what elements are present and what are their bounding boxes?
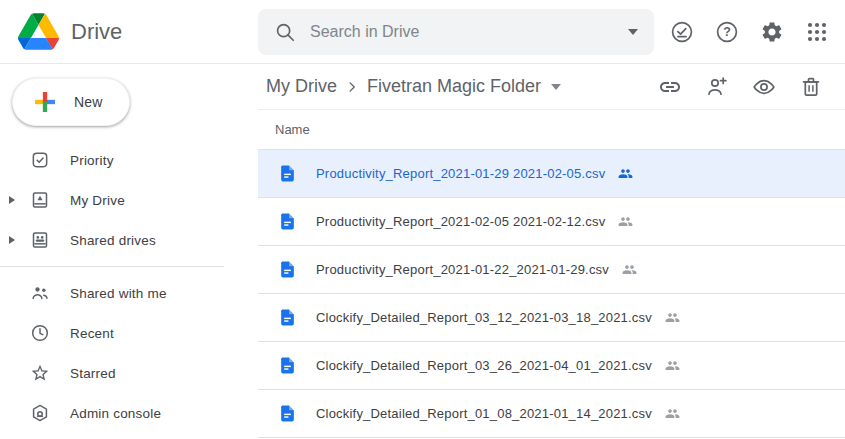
column-header-name[interactable]: Name <box>258 110 845 150</box>
settings-button[interactable] <box>760 20 784 44</box>
shared-people-icon <box>663 406 682 421</box>
file-name: Clockify_Detailed_Report_03_12_2021-03_1… <box>316 310 652 325</box>
trash-icon <box>799 75 823 99</box>
shared-people-icon <box>663 310 682 325</box>
breadcrumb-current-folder[interactable]: Fivetran Magic Folder <box>367 76 541 97</box>
google-drive-app: Drive ? <box>0 0 845 438</box>
file-browser: My Drive Fivetran Magic Folder <box>258 64 845 438</box>
expand-arrow-icon[interactable] <box>9 196 15 204</box>
file-row[interactable]: Productivity_Report_2021-02-05 2021-02-1… <box>258 198 845 246</box>
csv-file-icon <box>278 356 297 375</box>
my-drive-icon <box>30 190 50 210</box>
expand-arrow-icon[interactable] <box>9 236 15 244</box>
get-link-button[interactable] <box>658 75 682 99</box>
preview-button[interactable] <box>752 75 776 99</box>
file-name: Clockify_Detailed_Report_03_26_2021-04_0… <box>316 358 652 373</box>
drive-logo-icon <box>18 13 59 50</box>
file-row[interactable]: Clockify_Detailed_Report_03_12_2021-03_1… <box>258 294 845 342</box>
sidebar: New Priority My D <box>0 64 258 438</box>
breadcrumb: My Drive Fivetran Magic Folder <box>258 64 845 110</box>
csv-file-icon <box>278 308 297 327</box>
preview-eye-icon <box>752 75 776 99</box>
offline-status-button[interactable] <box>670 20 694 44</box>
priority-icon <box>30 150 50 170</box>
file-name: Productivity_Report_2021-02-05 2021-02-1… <box>316 214 605 229</box>
share-button[interactable] <box>705 75 729 99</box>
offline-status-icon <box>670 20 694 44</box>
breadcrumb-my-drive[interactable]: My Drive <box>266 76 337 97</box>
search-icon[interactable] <box>274 21 296 43</box>
search-input[interactable] <box>310 23 628 41</box>
top-right-icons: ? <box>670 20 845 44</box>
sidebar-divider <box>0 266 224 267</box>
apps-grid-button[interactable] <box>805 20 829 44</box>
file-name: Productivity_Report_2021-01-29 2021-02-0… <box>316 166 605 181</box>
file-name: Clockify_Detailed_Report_01_08_2021-01_1… <box>316 406 652 421</box>
sidebar-primary-nav: Priority My Drive <box>0 140 258 260</box>
file-name: Productivity_Report_2021-01-22_2021-01-2… <box>316 262 609 277</box>
sidebar-item-shared-with-me[interactable]: Shared with me <box>0 273 258 313</box>
sidebar-item-recent[interactable]: Recent <box>0 313 258 353</box>
file-row[interactable]: Clockify_Detailed_Report_01_08_2021-01_1… <box>258 390 845 438</box>
csv-file-icon <box>278 212 297 231</box>
help-button[interactable]: ? <box>715 20 739 44</box>
folder-actions <box>658 75 823 99</box>
search-options-caret-icon[interactable] <box>628 29 638 35</box>
folder-menu-caret-icon[interactable] <box>551 84 561 90</box>
file-list: Productivity_Report_2021-01-29 2021-02-0… <box>258 150 845 438</box>
sidebar-item-label: Priority <box>70 153 114 168</box>
apps-grid-icon <box>805 20 829 44</box>
csv-file-icon <box>278 404 297 423</box>
help-icon: ? <box>715 20 739 44</box>
sidebar-item-label: Shared drives <box>70 233 156 248</box>
share-person-add-icon <box>705 75 729 99</box>
sidebar-item-priority[interactable]: Priority <box>0 140 258 180</box>
shared-with-me-icon <box>30 283 50 303</box>
csv-file-icon <box>278 260 297 279</box>
sidebar-item-label: Admin console <box>70 406 161 421</box>
sidebar-item-label: Shared with me <box>70 286 167 301</box>
sidebar-item-label: Starred <box>70 366 116 381</box>
top-bar: Drive ? <box>0 0 845 64</box>
main-area: New Priority My D <box>0 64 845 438</box>
app-title: Drive <box>71 19 122 45</box>
csv-file-icon <box>278 164 297 183</box>
sidebar-item-admin-console[interactable]: Admin console <box>0 393 258 433</box>
starred-icon <box>30 363 50 383</box>
new-button-label: New <box>74 94 103 110</box>
sidebar-item-label: Recent <box>70 326 114 341</box>
admin-console-icon <box>30 403 50 423</box>
settings-gear-icon <box>760 20 784 44</box>
shared-people-icon <box>620 262 639 277</box>
file-row[interactable]: Productivity_Report_2021-01-29 2021-02-0… <box>258 150 845 198</box>
breadcrumb-chevron-icon <box>343 78 361 96</box>
shared-people-icon <box>616 214 635 229</box>
file-row[interactable]: Productivity_Report_2021-01-22_2021-01-2… <box>258 246 845 294</box>
shared-people-icon <box>616 166 635 181</box>
sidebar-item-label: My Drive <box>70 193 125 208</box>
sidebar-item-my-drive[interactable]: My Drive <box>0 180 258 220</box>
delete-button[interactable] <box>799 75 823 99</box>
svg-text:?: ? <box>723 25 731 39</box>
drive-home-link[interactable]: Drive <box>0 13 258 50</box>
multicolor-plus-icon <box>30 87 60 117</box>
new-button[interactable]: New <box>12 78 130 126</box>
file-row[interactable]: Clockify_Detailed_Report_03_26_2021-04_0… <box>258 342 845 390</box>
search-bar[interactable] <box>258 9 654 55</box>
sidebar-secondary-nav: Shared with me Recent Starred <box>0 273 258 433</box>
sidebar-item-shared-drives[interactable]: Shared drives <box>0 220 258 260</box>
recent-clock-icon <box>30 323 50 343</box>
shared-people-icon <box>663 358 682 373</box>
sidebar-item-starred[interactable]: Starred <box>0 353 258 393</box>
shared-drives-icon <box>30 230 50 250</box>
get-link-icon <box>658 75 682 99</box>
